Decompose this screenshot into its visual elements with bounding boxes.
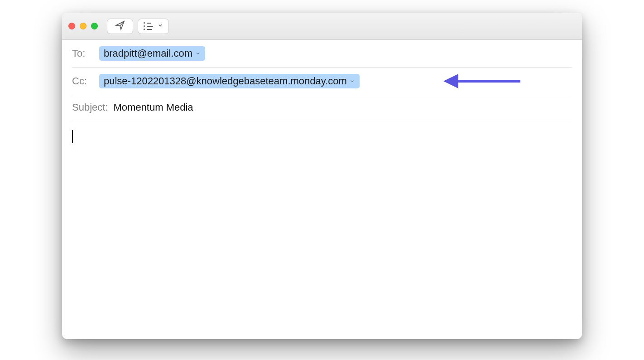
- svg-marker-2: [443, 74, 458, 88]
- subject-field-row[interactable]: Subject: Momentum Media: [72, 95, 572, 120]
- maximize-window-button[interactable]: [91, 23, 98, 29]
- to-recipient-text: bradpitt@email.com: [104, 48, 192, 59]
- chevron-down-icon: [195, 51, 201, 56]
- annotation-arrow-icon: [441, 68, 523, 95]
- titlebar: [62, 13, 582, 40]
- chevron-down-icon: [350, 78, 355, 84]
- subject-label: Subject:: [72, 102, 108, 113]
- minimize-window-button[interactable]: [80, 23, 87, 29]
- subject-value: Momentum Media: [114, 102, 193, 113]
- paper-plane-icon: [115, 20, 125, 32]
- to-recipient-chip[interactable]: bradpitt@email.com: [99, 46, 205, 61]
- header-fields-dropdown-button[interactable]: [138, 19, 169, 34]
- compose-window: To: bradpitt@email.com Cc: pulse-1202201…: [62, 13, 582, 339]
- cc-recipient-text: pulse-1202201328@knowledgebaseteam.monda…: [104, 75, 347, 87]
- send-button[interactable]: [107, 19, 133, 34]
- text-cursor: [72, 130, 73, 143]
- list-icon: [144, 22, 155, 30]
- close-window-button[interactable]: [68, 23, 75, 29]
- compose-area: To: bradpitt@email.com Cc: pulse-1202201…: [62, 40, 582, 339]
- cc-label: Cc:: [72, 75, 94, 87]
- to-field-row[interactable]: To: bradpitt@email.com: [72, 40, 572, 68]
- window-controls: [68, 23, 98, 29]
- message-body[interactable]: [72, 120, 572, 143]
- cc-recipient-chip[interactable]: pulse-1202201328@knowledgebaseteam.monda…: [99, 74, 360, 88]
- to-label: To:: [72, 48, 94, 59]
- chevron-down-icon: [158, 23, 163, 29]
- cc-field-row[interactable]: Cc: pulse-1202201328@knowledgebaseteam.m…: [72, 68, 572, 95]
